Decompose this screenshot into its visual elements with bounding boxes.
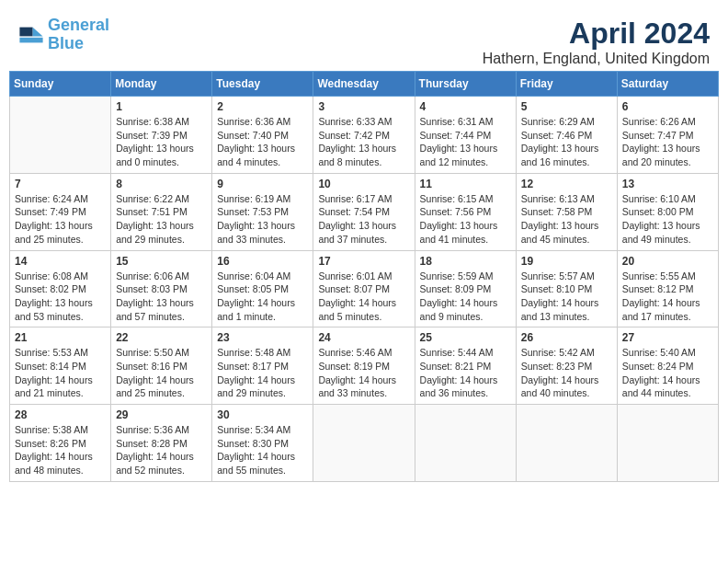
day-number: 8 [116,178,207,190]
day-info: Sunrise: 6:33 AM Sunset: 7:42 PM Dayligh… [318,115,409,169]
day-number: 20 [622,255,713,268]
day-number: 12 [521,178,612,190]
weekday-header-saturday: Saturday [617,72,718,97]
day-info: Sunrise: 5:59 AM Sunset: 8:09 PM Dayligh… [420,270,511,324]
day-info: Sunrise: 6:38 AM Sunset: 7:39 PM Dayligh… [116,115,207,169]
day-number: 24 [318,331,409,344]
week-row-3: 14Sunrise: 6:08 AM Sunset: 8:02 PM Dayli… [10,250,719,327]
weekday-header-thursday: Thursday [415,72,516,97]
day-cell [313,405,415,482]
day-info: Sunrise: 6:31 AM Sunset: 7:44 PM Dayligh… [420,115,511,169]
day-number: 9 [217,178,308,190]
day-cell: 24Sunrise: 5:46 AM Sunset: 8:19 PM Dayli… [313,327,415,405]
day-info: Sunrise: 6:15 AM Sunset: 7:56 PM Dayligh… [420,192,511,247]
day-number: 27 [622,331,713,344]
day-cell: 15Sunrise: 6:06 AM Sunset: 8:03 PM Dayli… [111,250,212,327]
logo-general: General [48,16,109,34]
day-cell [516,405,617,482]
day-info: Sunrise: 5:46 AM Sunset: 8:19 PM Dayligh… [318,346,409,400]
svg-rect-3 [19,38,42,43]
page-header: General Blue April 2024 Hathern, England… [9,9,719,67]
day-cell: 30Sunrise: 5:34 AM Sunset: 8:30 PM Dayli… [212,405,313,482]
day-cell: 8Sunrise: 6:22 AM Sunset: 7:51 PM Daylig… [111,173,212,250]
day-cell: 1Sunrise: 6:38 AM Sunset: 7:39 PM Daylig… [111,97,212,174]
logo-icon [18,22,44,48]
day-number: 21 [15,331,106,344]
day-cell: 19Sunrise: 5:57 AM Sunset: 8:10 PM Dayli… [516,250,617,327]
weekday-header-sunday: Sunday [10,72,111,97]
day-number: 17 [318,255,409,268]
day-info: Sunrise: 6:06 AM Sunset: 8:03 PM Dayligh… [116,270,207,324]
day-cell: 29Sunrise: 5:36 AM Sunset: 8:28 PM Dayli… [111,405,212,482]
day-cell: 13Sunrise: 6:10 AM Sunset: 8:00 PM Dayli… [617,173,718,250]
day-info: Sunrise: 6:36 AM Sunset: 7:40 PM Dayligh… [217,115,308,169]
logo-text: General Blue [48,17,109,53]
weekday-header-row: SundayMondayTuesdayWednesdayThursdayFrid… [10,72,719,97]
day-cell: 21Sunrise: 5:53 AM Sunset: 8:14 PM Dayli… [10,327,111,405]
month-title: April 2024 [483,17,710,51]
day-number: 26 [521,331,612,344]
day-info: Sunrise: 6:08 AM Sunset: 8:02 PM Dayligh… [15,270,106,324]
day-cell: 3Sunrise: 6:33 AM Sunset: 7:42 PM Daylig… [313,97,415,174]
day-cell: 25Sunrise: 5:44 AM Sunset: 8:21 PM Dayli… [415,327,516,405]
svg-rect-2 [19,27,32,36]
day-info: Sunrise: 5:38 AM Sunset: 8:26 PM Dayligh… [15,423,106,477]
day-info: Sunrise: 5:57 AM Sunset: 8:10 PM Dayligh… [521,270,612,324]
day-number: 16 [217,255,308,268]
day-number: 14 [15,255,106,268]
day-cell [10,97,111,174]
day-number: 5 [521,100,612,113]
day-info: Sunrise: 5:40 AM Sunset: 8:24 PM Dayligh… [622,346,713,400]
day-info: Sunrise: 5:42 AM Sunset: 8:23 PM Dayligh… [521,346,612,400]
day-cell: 2Sunrise: 6:36 AM Sunset: 7:40 PM Daylig… [212,97,313,174]
day-number: 30 [217,408,308,421]
logo: General Blue [18,17,109,53]
weekday-header-monday: Monday [111,72,212,97]
day-number: 18 [420,255,511,268]
day-cell: 16Sunrise: 6:04 AM Sunset: 8:05 PM Dayli… [212,250,313,327]
day-number: 1 [116,100,207,113]
day-info: Sunrise: 6:10 AM Sunset: 8:00 PM Dayligh… [622,192,713,247]
day-cell: 6Sunrise: 6:26 AM Sunset: 7:47 PM Daylig… [617,97,718,174]
day-cell: 9Sunrise: 6:19 AM Sunset: 7:53 PM Daylig… [212,173,313,250]
day-number: 28 [15,408,106,421]
logo-blue: Blue [48,34,84,52]
day-number: 13 [622,178,713,190]
day-info: Sunrise: 6:19 AM Sunset: 7:53 PM Dayligh… [217,192,308,247]
week-row-4: 21Sunrise: 5:53 AM Sunset: 8:14 PM Dayli… [10,327,719,405]
day-info: Sunrise: 6:22 AM Sunset: 7:51 PM Dayligh… [116,192,207,247]
calendar-table: SundayMondayTuesdayWednesdayThursdayFrid… [9,71,719,482]
day-cell: 20Sunrise: 5:55 AM Sunset: 8:12 PM Dayli… [617,250,718,327]
location: Hathern, England, United Kingdom [483,51,710,67]
day-cell: 11Sunrise: 6:15 AM Sunset: 7:56 PM Dayli… [415,173,516,250]
day-number: 10 [318,178,409,190]
day-cell: 5Sunrise: 6:29 AM Sunset: 7:46 PM Daylig… [516,97,617,174]
day-info: Sunrise: 6:04 AM Sunset: 8:05 PM Dayligh… [217,270,308,324]
day-number: 29 [116,408,207,421]
day-info: Sunrise: 6:01 AM Sunset: 8:07 PM Dayligh… [318,270,409,324]
day-cell [415,405,516,482]
week-row-2: 7Sunrise: 6:24 AM Sunset: 7:49 PM Daylig… [10,173,719,250]
day-cell: 27Sunrise: 5:40 AM Sunset: 8:24 PM Dayli… [617,327,718,405]
day-number: 11 [420,178,511,190]
day-number: 6 [622,100,713,113]
day-info: Sunrise: 5:48 AM Sunset: 8:17 PM Dayligh… [217,346,308,400]
day-cell: 28Sunrise: 5:38 AM Sunset: 8:26 PM Dayli… [10,405,111,482]
day-info: Sunrise: 5:53 AM Sunset: 8:14 PM Dayligh… [15,346,106,400]
day-number: 23 [217,331,308,344]
day-info: Sunrise: 5:55 AM Sunset: 8:12 PM Dayligh… [622,270,713,324]
day-info: Sunrise: 6:13 AM Sunset: 7:58 PM Dayligh… [521,192,612,247]
weekday-header-friday: Friday [516,72,617,97]
day-info: Sunrise: 6:24 AM Sunset: 7:49 PM Dayligh… [15,192,106,247]
day-number: 2 [217,100,308,113]
day-cell: 17Sunrise: 6:01 AM Sunset: 8:07 PM Dayli… [313,250,415,327]
day-number: 25 [420,331,511,344]
day-cell: 10Sunrise: 6:17 AM Sunset: 7:54 PM Dayli… [313,173,415,250]
title-block: April 2024 Hathern, England, United King… [483,17,710,67]
day-cell [617,405,718,482]
day-cell: 22Sunrise: 5:50 AM Sunset: 8:16 PM Dayli… [111,327,212,405]
day-cell: 4Sunrise: 6:31 AM Sunset: 7:44 PM Daylig… [415,97,516,174]
day-number: 22 [116,331,207,344]
day-cell: 23Sunrise: 5:48 AM Sunset: 8:17 PM Dayli… [212,327,313,405]
week-row-5: 28Sunrise: 5:38 AM Sunset: 8:26 PM Dayli… [10,405,719,482]
